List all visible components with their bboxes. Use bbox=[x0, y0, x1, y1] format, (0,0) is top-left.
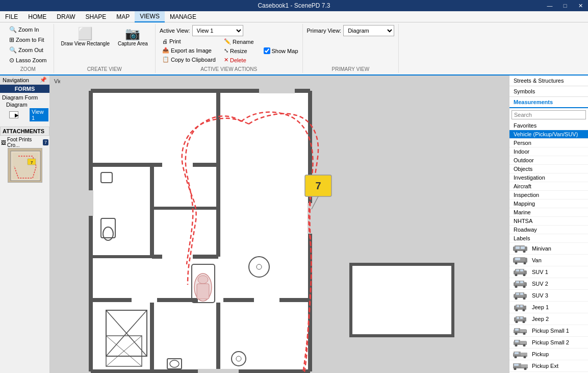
symbol-pickup-small2[interactable]: Pickup Small 2 bbox=[509, 337, 588, 349]
ribbon-group-active-view: Active View: View 1 🖨 Print 📤 Export as … bbox=[156, 24, 303, 73]
primary-view-select[interactable]: Diagram bbox=[343, 25, 394, 36]
category-person[interactable]: Person bbox=[509, 139, 588, 147]
resize-icon: ⤡ bbox=[224, 47, 228, 54]
symbol-jeep2[interactable]: Jeep 2 bbox=[509, 313, 588, 325]
print-icon: 🖨 bbox=[162, 38, 168, 44]
svg-text:7: 7 bbox=[315, 180, 321, 191]
active-view-content: Active View: View 1 🖨 Print 📤 Export as … bbox=[160, 25, 298, 65]
symbol-pickup-small1[interactable]: Pickup Small 1 bbox=[509, 325, 588, 337]
create-view-title: CREATE VIEW bbox=[87, 65, 122, 72]
nav-view1[interactable]: View 1 bbox=[30, 108, 48, 121]
symbol-list: Favorites Vehicle (Pickup/Van/SUV) Perso… bbox=[509, 121, 588, 373]
menu-home[interactable]: HOME bbox=[23, 11, 52, 22]
category-favorites[interactable]: Favorites bbox=[509, 121, 588, 130]
zoom-in-button[interactable]: 🔍 Zoom In bbox=[7, 25, 49, 34]
attachment-content: 🖼 Foot Prints Cro... 7 bbox=[1, 137, 48, 183]
right-panel: Streets & Structures Symbols Measurement… bbox=[509, 76, 588, 373]
zoom-out-button[interactable]: 🔍 Zoom Out bbox=[7, 45, 49, 55]
capture-area-button[interactable]: 📷 Capture Area bbox=[115, 25, 151, 48]
symbol-van[interactable]: Van bbox=[509, 255, 588, 266]
attachment-item: 🖼 Foot Prints Cro... 7 bbox=[0, 136, 49, 184]
svg-rect-108 bbox=[521, 353, 527, 356]
active-view-select-row: Active View: View 1 bbox=[160, 25, 243, 36]
capture-area-icon: 📷 bbox=[125, 27, 140, 41]
category-labels[interactable]: Labels bbox=[509, 234, 588, 243]
resize-button[interactable]: ⤡ Resize bbox=[221, 46, 257, 55]
menu-manage[interactable]: MANAGE bbox=[165, 11, 201, 22]
symbol-pickup[interactable]: Pickup bbox=[509, 349, 588, 360]
active-view-select[interactable]: View 1 bbox=[192, 25, 243, 36]
menu-map[interactable]: MAP bbox=[111, 11, 135, 22]
attachments-header: ATTACHMENTS bbox=[0, 127, 49, 136]
pickup-label: Pickup bbox=[532, 351, 549, 357]
lasso-zoom-button[interactable]: ⊙ Lasso Zoom bbox=[7, 56, 49, 65]
svg-rect-105 bbox=[515, 340, 519, 342]
symbol-pickup-ext[interactable]: Pickup Ext bbox=[509, 360, 588, 372]
svg-rect-29 bbox=[351, 264, 453, 336]
view1-expand-button[interactable]: ▶ bbox=[9, 111, 18, 118]
svg-rect-111 bbox=[515, 352, 519, 354]
zoom-to-fit-button[interactable]: ⊞ Zoom to Fit bbox=[7, 35, 49, 44]
draw-view-rectangle-button[interactable]: ⬜ Draw View Rectangle bbox=[58, 25, 113, 48]
copy-to-clipboard-button[interactable]: 📋 Copy to Clipboard bbox=[160, 55, 218, 64]
nav-diagram[interactable]: Diagram bbox=[5, 101, 48, 108]
category-mapping[interactable]: Mapping bbox=[509, 200, 588, 208]
jeep1-icon bbox=[513, 303, 529, 311]
category-roadway[interactable]: Roadway bbox=[509, 226, 588, 234]
svg-rect-45 bbox=[198, 369, 239, 373]
diagram-canvas[interactable]: 7 bbox=[50, 76, 509, 373]
nav-pin-button[interactable]: 📌 bbox=[40, 77, 47, 83]
menu-views[interactable]: VIEWS bbox=[135, 11, 165, 22]
svg-rect-57 bbox=[516, 246, 520, 249]
menu-draw[interactable]: DRAW bbox=[52, 11, 80, 22]
canvas-area[interactable]: View 1 bbox=[50, 76, 509, 373]
category-investigation[interactable]: Investigation bbox=[509, 173, 588, 182]
attachments-section: ATTACHMENTS 🖼 Foot Prints Cro... 7 bbox=[0, 127, 49, 184]
delete-button[interactable]: ✕ Delete bbox=[221, 56, 257, 64]
symbol-suv2[interactable]: SUV 2 bbox=[509, 278, 588, 290]
attachment-thumbnail[interactable]: 7 bbox=[8, 148, 42, 183]
category-nhtsa[interactable]: NHTSA bbox=[509, 217, 588, 226]
tab-measurements[interactable]: Measurements bbox=[509, 97, 588, 108]
category-outdoor[interactable]: Outdoor bbox=[509, 156, 588, 165]
menu-shape[interactable]: SHAPE bbox=[81, 11, 112, 22]
category-vehicle[interactable]: Vehicle (Pickup/Van/SUV) bbox=[509, 130, 588, 139]
title-bar: Casebook1 - ScenePD 7.3 — □ ✕ bbox=[0, 0, 588, 11]
zoom-in-icon: 🔍 bbox=[9, 26, 17, 33]
symbol-suv1[interactable]: SUV 1 bbox=[509, 266, 588, 278]
search-input[interactable] bbox=[512, 110, 586, 119]
maximize-button[interactable]: □ bbox=[557, 0, 573, 11]
svg-rect-99 bbox=[515, 329, 519, 331]
rename-button[interactable]: ✏️ Rename bbox=[221, 37, 257, 46]
nav-diagram-container: Diagram ▶ View 1 bbox=[1, 101, 48, 121]
svg-rect-114 bbox=[521, 364, 528, 367]
tab-symbols[interactable]: Symbols bbox=[509, 86, 588, 97]
svg-rect-28 bbox=[259, 88, 295, 93]
category-objects[interactable]: Objects bbox=[509, 165, 588, 173]
category-marine[interactable]: Marine bbox=[509, 208, 588, 217]
svg-rect-80 bbox=[516, 293, 519, 295]
close-button[interactable]: ✕ bbox=[573, 0, 588, 11]
nav-diagram-form[interactable]: Diagram Form bbox=[1, 94, 48, 101]
category-aircraft[interactable]: Aircraft bbox=[509, 182, 588, 191]
symbol-minivan[interactable]: Minivan bbox=[509, 243, 588, 255]
active-view-right-actions: ✏️ Rename ⤡ Resize ✕ Delete bbox=[221, 37, 257, 64]
svg-rect-87 bbox=[520, 305, 523, 307]
category-indoor[interactable]: Indoor bbox=[509, 147, 588, 156]
symbol-jeep1[interactable]: Jeep 1 bbox=[509, 302, 588, 313]
category-inspection[interactable]: Inspection bbox=[509, 191, 588, 200]
draw-view-icon: ⬜ bbox=[78, 27, 93, 41]
menu-file[interactable]: FILE bbox=[0, 11, 23, 22]
export-as-image-button[interactable]: 📤 Export as Image bbox=[160, 46, 218, 55]
pickup-small1-label: Pickup Small 1 bbox=[532, 328, 569, 334]
pickup-icon bbox=[513, 350, 529, 358]
tab-streets-structures[interactable]: Streets & Structures bbox=[509, 76, 588, 86]
show-map-checkbox[interactable] bbox=[264, 47, 270, 54]
print-button[interactable]: 🖨 Print bbox=[160, 37, 218, 45]
svg-rect-92 bbox=[517, 317, 519, 319]
minimize-button[interactable]: — bbox=[542, 0, 557, 11]
symbol-suv3[interactable]: SUV 3 bbox=[509, 290, 588, 302]
pickup-ext-label: Pickup Ext bbox=[532, 363, 558, 369]
forms-header: FORMS bbox=[0, 85, 49, 93]
ribbon: 🔍 Zoom In ⊞ Zoom to Fit 🔍 Zoom Out ⊙ Las… bbox=[0, 22, 588, 76]
